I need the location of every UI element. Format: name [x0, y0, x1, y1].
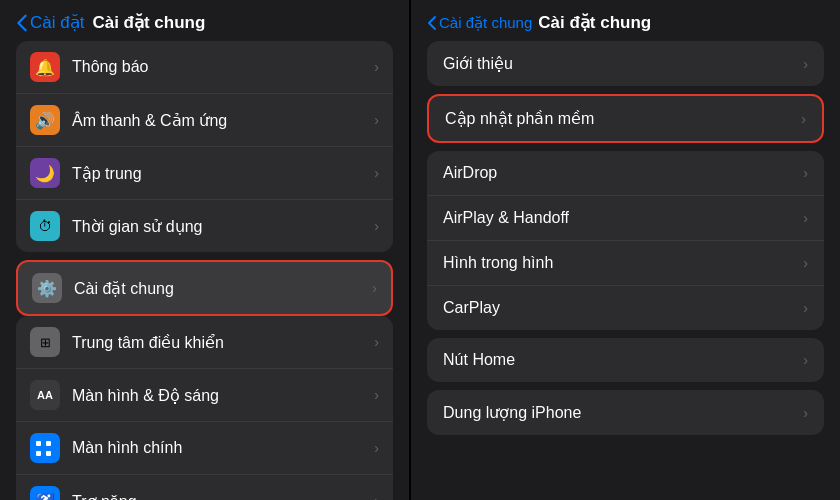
chevron-icon: ›: [372, 280, 377, 296]
pip-label: Hình trong hình: [443, 254, 803, 272]
left-back-button[interactable]: Cài đặt: [16, 12, 84, 33]
right-group-storage: Dung lượng iPhone ›: [427, 390, 824, 435]
chevron-icon: ›: [803, 352, 808, 368]
sidebar-item-display[interactable]: AA Màn hình & Độ sáng ›: [16, 369, 393, 422]
right-item-airdrop[interactable]: AirDrop ›: [427, 151, 824, 196]
controlcenter-label: Trung tâm điều khiển: [72, 333, 374, 352]
left-group-2-selected: ⚙️ Cài đặt chung ›: [16, 260, 393, 316]
display-label: Màn hình & Độ sáng: [72, 386, 374, 405]
right-group-update: Cập nhật phần mềm ›: [427, 94, 824, 143]
sounds-label: Âm thanh & Cảm ứng: [72, 111, 374, 130]
homescreen-label: Màn hình chính: [72, 439, 374, 457]
right-item-pip[interactable]: Hình trong hình ›: [427, 241, 824, 286]
right-content: Giới thiệu › Cập nhật phần mềm › AirDrop…: [411, 41, 840, 500]
right-panel: Cài đặt chung Cài đặt chung Giới thiệu ›…: [411, 0, 840, 500]
right-group-home: Nút Home ›: [427, 338, 824, 382]
chevron-icon: ›: [374, 165, 379, 181]
right-item-storage[interactable]: Dung lượng iPhone ›: [427, 390, 824, 435]
sidebar-item-controlcenter[interactable]: ⊞ Trung tâm điều khiển ›: [16, 316, 393, 369]
chevron-icon: ›: [374, 493, 379, 500]
chevron-icon: ›: [374, 218, 379, 234]
chevron-icon: ›: [803, 210, 808, 226]
general-icon: ⚙️: [32, 273, 62, 303]
controlcenter-icon: ⊞: [30, 327, 60, 357]
right-item-airplay[interactable]: AirPlay & Handoff ›: [427, 196, 824, 241]
notifications-icon: 🔔: [30, 52, 60, 82]
right-nav-title: Cài đặt chung: [538, 12, 651, 33]
right-item-about[interactable]: Giới thiệu ›: [427, 41, 824, 86]
storage-label: Dung lượng iPhone: [443, 403, 803, 422]
right-item-update[interactable]: Cập nhật phần mềm ›: [429, 96, 822, 141]
chevron-icon: ›: [374, 112, 379, 128]
screentime-icon: ⏱: [30, 211, 60, 241]
notifications-label: Thông báo: [72, 58, 374, 76]
carplay-label: CarPlay: [443, 299, 803, 317]
sidebar-item-general[interactable]: ⚙️ Cài đặt chung ›: [18, 262, 391, 314]
left-nav-title: Cài đặt chung: [92, 12, 205, 33]
chevron-icon: ›: [803, 255, 808, 271]
airdrop-label: AirDrop: [443, 164, 803, 182]
chevron-icon: ›: [803, 165, 808, 181]
homescreen-icon: [30, 433, 60, 463]
focus-label: Tập trung: [72, 164, 374, 183]
sidebar-item-sounds[interactable]: 🔊 Âm thanh & Cảm ứng ›: [16, 94, 393, 147]
chevron-icon: ›: [803, 405, 808, 421]
update-label: Cập nhật phần mềm: [445, 109, 801, 128]
sidebar-item-notifications[interactable]: 🔔 Thông báo ›: [16, 41, 393, 94]
chevron-icon: ›: [374, 59, 379, 75]
left-panel: Cài đặt Cài đặt chung 🔔 Thông báo › 🔊 Âm…: [0, 0, 409, 500]
chevron-icon: ›: [374, 387, 379, 403]
left-group-1: 🔔 Thông báo › 🔊 Âm thanh & Cảm ứng › 🌙 T…: [16, 41, 393, 252]
sidebar-item-homescreen[interactable]: Màn hình chính ›: [16, 422, 393, 475]
right-item-home[interactable]: Nút Home ›: [427, 338, 824, 382]
sidebar-item-accessibility[interactable]: ♿ Trợ năng ›: [16, 475, 393, 500]
general-label: Cài đặt chung: [74, 279, 372, 298]
sounds-icon: 🔊: [30, 105, 60, 135]
right-back-label: Cài đặt chung: [439, 14, 532, 32]
chevron-icon: ›: [801, 111, 806, 127]
display-icon: AA: [30, 380, 60, 410]
left-back-label: Cài đặt: [30, 12, 84, 33]
airplay-label: AirPlay & Handoff: [443, 209, 803, 227]
focus-icon: 🌙: [30, 158, 60, 188]
right-item-carplay[interactable]: CarPlay ›: [427, 286, 824, 330]
chevron-icon: ›: [374, 334, 379, 350]
chevron-icon: ›: [803, 300, 808, 316]
chevron-icon: ›: [803, 56, 808, 72]
screentime-label: Thời gian sử dụng: [72, 217, 374, 236]
chevron-icon: ›: [374, 440, 379, 456]
about-label: Giới thiệu: [443, 54, 803, 73]
right-group-airdrop: AirDrop › AirPlay & Handoff › Hình trong…: [427, 151, 824, 330]
sidebar-item-focus[interactable]: 🌙 Tập trung ›: [16, 147, 393, 200]
left-settings-list: 🔔 Thông báo › 🔊 Âm thanh & Cảm ứng › 🌙 T…: [0, 41, 409, 500]
left-group-3: ⊞ Trung tâm điều khiển › AA Màn hình & Đ…: [16, 316, 393, 500]
right-group-about: Giới thiệu ›: [427, 41, 824, 86]
right-nav-bar: Cài đặt chung Cài đặt chung: [411, 0, 840, 41]
sidebar-item-screentime[interactable]: ⏱ Thời gian sử dụng ›: [16, 200, 393, 252]
right-back-button[interactable]: Cài đặt chung: [427, 14, 532, 32]
accessibility-label: Trợ năng: [72, 492, 374, 501]
left-nav-bar: Cài đặt Cài đặt chung: [0, 0, 409, 41]
home-label: Nút Home: [443, 351, 803, 369]
accessibility-icon: ♿: [30, 486, 60, 500]
